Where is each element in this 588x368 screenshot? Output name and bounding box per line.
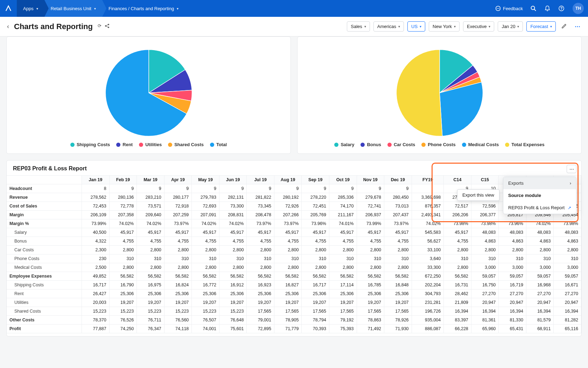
cell[interactable]: 17,565 [329, 307, 357, 316]
cell[interactable]: 4,755 [192, 237, 219, 246]
cell[interactable]: 78,926 [384, 316, 412, 325]
cell[interactable]: 4,755 [357, 237, 384, 246]
cell[interactable]: 2,800 [384, 263, 412, 272]
cell[interactable]: 2,800 [137, 246, 164, 254]
cell[interactable]: 74,170 [329, 202, 357, 211]
legend-item[interactable]: Car Costs [387, 142, 415, 147]
cell[interactable]: 27,270 [499, 289, 526, 298]
cell[interactable]: 310 [219, 254, 247, 263]
cell[interactable]: 2,800 [357, 246, 384, 254]
cell[interactable]: 205,769 [302, 211, 329, 219]
cell[interactable]: 45,917 [164, 228, 192, 237]
cell[interactable]: 280,177 [164, 193, 192, 202]
cell[interactable]: 15,223 [192, 307, 219, 316]
cell[interactable]: 282,131 [219, 193, 247, 202]
cell[interactable]: 20,947 [499, 298, 526, 307]
row-label[interactable]: Revenue [7, 193, 82, 202]
edit-icon[interactable] [559, 21, 569, 32]
cell[interactable]: 4,322 [82, 237, 110, 246]
cell[interactable]: 16,912 [219, 281, 247, 289]
cell[interactable]: 56,582 [444, 272, 471, 281]
menu-exports[interactable]: Exports › [503, 177, 576, 189]
cell[interactable]: 9 [192, 184, 219, 193]
cell[interactable]: 17,565 [247, 307, 274, 316]
cell[interactable]: 2,800 [247, 263, 274, 272]
cell[interactable]: 310 [109, 254, 137, 263]
cell[interactable]: 16,975 [137, 281, 164, 289]
cell[interactable]: 310 [274, 254, 302, 263]
cell[interactable]: 74.02% [192, 219, 219, 228]
cell[interactable]: 76,347 [137, 325, 164, 333]
cell[interactable]: 2,800 [164, 246, 192, 254]
cell[interactable]: 207,266 [274, 211, 302, 219]
row-label[interactable]: Employee Expenses [7, 272, 82, 281]
legend-item[interactable]: Bonus [360, 142, 381, 147]
cell[interactable]: 2,800 [137, 263, 164, 272]
cell[interactable]: 73,571 [137, 202, 164, 211]
cell[interactable]: 310 [164, 254, 192, 263]
cell[interactable]: 207,259 [164, 211, 192, 219]
cell[interactable]: 2,800 [192, 263, 219, 272]
row-label[interactable]: Car Costs [7, 246, 82, 254]
cell[interactable]: 59,057 [526, 272, 554, 281]
cell[interactable]: 73.97% [164, 219, 192, 228]
cell[interactable]: 2,800 [329, 263, 357, 272]
cell[interactable]: 45,917 [302, 228, 329, 237]
cell[interactable]: 935,004 [412, 316, 444, 325]
cell[interactable]: 9 [329, 184, 357, 193]
legend-item[interactable]: Total Expenses [505, 142, 544, 147]
nav-apps[interactable]: Apps▾ [17, 0, 44, 17]
cell[interactable]: 20,003 [82, 298, 110, 307]
cell[interactable]: 310 [192, 254, 219, 263]
cell[interactable]: 48,083 [499, 228, 526, 237]
row-label[interactable]: Utilities [7, 298, 82, 307]
cell[interactable]: 2,800 [526, 246, 554, 254]
cell[interactable]: 19,207 [247, 298, 274, 307]
cell[interactable]: 76,560 [164, 316, 192, 325]
cell[interactable]: 27,270 [526, 289, 554, 298]
row-label[interactable]: Cost of Sales [7, 202, 82, 211]
nav-breadcrumb[interactable]: Finances / Charts and Reporting▾ [102, 0, 185, 17]
cell[interactable]: 17,565 [384, 307, 412, 316]
cell[interactable]: 3,000 [526, 263, 554, 272]
cell[interactable]: 25,306 [219, 289, 247, 298]
cell[interactable]: 45,917 [109, 228, 137, 237]
filter-us[interactable]: US▾ [407, 21, 425, 32]
cell[interactable]: 196,726 [412, 307, 444, 316]
cell[interactable]: 65,960 [471, 325, 499, 333]
cell[interactable]: 2,800 [444, 263, 471, 272]
cell[interactable]: 279,678 [357, 193, 384, 202]
cell[interactable]: 76,711 [137, 316, 164, 325]
legend-item[interactable]: Total [210, 142, 227, 147]
cell[interactable]: 15,223 [109, 307, 137, 316]
cell[interactable]: 2,300 [82, 246, 110, 254]
cell[interactable]: 3,640 [412, 254, 444, 263]
col-header[interactable]: Sep 19 [302, 176, 329, 184]
cell[interactable]: 76,526 [109, 316, 137, 325]
cell[interactable]: 73.96% [499, 219, 526, 228]
cell[interactable]: 3,000 [499, 263, 526, 272]
cell[interactable]: 8 [82, 184, 110, 193]
cell[interactable]: 73.98% [554, 219, 581, 228]
cell[interactable]: 310 [329, 254, 357, 263]
nav-workspace[interactable]: Retail Business Unit▾ [44, 0, 102, 17]
share-icon[interactable] [104, 23, 110, 30]
filter-executive[interactable]: Executive▾ [463, 21, 494, 32]
cell[interactable]: 9 [164, 184, 192, 193]
cell[interactable]: 310 [302, 254, 329, 263]
cell[interactable]: 56,627 [412, 237, 444, 246]
cell[interactable]: 65,431 [499, 325, 526, 333]
cell[interactable]: 278,220 [302, 193, 329, 202]
cell[interactable]: 16,827 [274, 281, 302, 289]
row-label[interactable]: Headcount [7, 184, 82, 193]
cell[interactable]: 70,393 [302, 325, 329, 333]
filter-jan-20[interactable]: Jan 20▾ [498, 21, 523, 32]
cell[interactable]: 2,800 [109, 246, 137, 254]
cell[interactable]: 2,800 [109, 263, 137, 272]
pie-slice-total-expenses[interactable] [396, 50, 442, 136]
cell[interactable]: 79,001 [247, 316, 274, 325]
back-button[interactable]: ‹ [6, 21, 10, 32]
cell[interactable]: 206,206 [444, 211, 471, 219]
cell[interactable]: 73.97% [384, 219, 412, 228]
menu-report-link[interactable]: REP03 Profit & Loss Report ↗ [503, 202, 576, 214]
